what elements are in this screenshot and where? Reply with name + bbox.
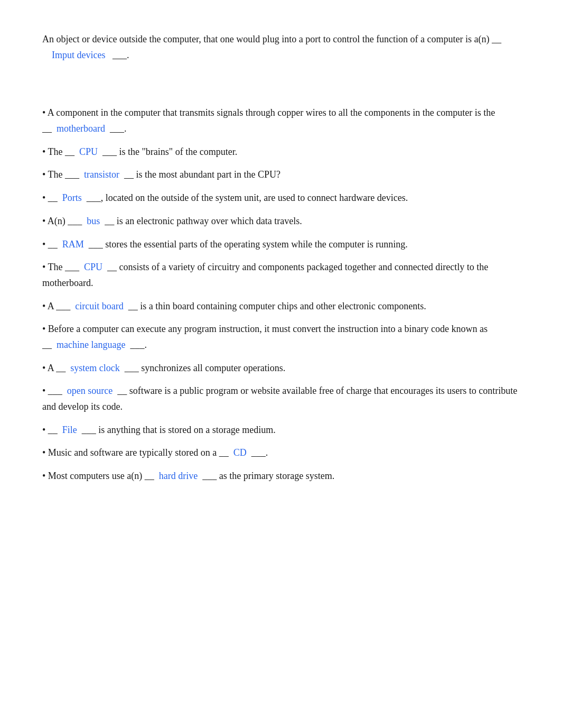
bullet-before-cpu1: • The __ (42, 146, 74, 157)
bullet-item-ram: • __ RAM ___ stores the essential parts … (42, 237, 519, 253)
bullet-item-file: • __ File ___ is anything that is stored… (42, 422, 519, 438)
intro-text: An object or device outside the computer… (42, 32, 519, 63)
intro-answer: Imput devices (52, 50, 105, 60)
bullet-answer-ram: RAM (62, 239, 84, 250)
bullet-after-transistor: __ is the most abundant part in the CPU? (124, 169, 280, 180)
bullet-item-circuit-board: • A ___ circuit board __ is a thin board… (42, 299, 519, 315)
bullet-before-ports: • __ (42, 192, 58, 203)
bullet-after-cpu2: __ consists of a variety of circuitry an… (42, 262, 488, 288)
bullet-after-ram: ___ stores the essential parts of the op… (89, 239, 408, 250)
intro-text-before: An object or device outside the computer… (42, 34, 501, 44)
bullet-before-bus: • A(n) ___ (42, 216, 82, 226)
bullet-item-machine-language: • Before a computer can execute any prog… (42, 321, 519, 353)
bullet-before-file: • __ (42, 425, 58, 435)
bullet-answer-ports: Ports (62, 192, 82, 203)
bullet-after-circuit-board: __ is a thin board containing computer c… (128, 301, 426, 311)
bullet-item-ports: • __ Ports ___, located on the outside o… (42, 190, 519, 206)
bullet-before-transistor: • The ___ (42, 169, 79, 180)
bullet-after-machine-language: ___. (130, 339, 147, 350)
bullet-answer-cpu1: CPU (79, 146, 98, 157)
bullet-item-cd: • Music and software are typically store… (42, 445, 519, 461)
bullet-after-open-source: __ software is a public program or websi… (42, 385, 517, 412)
bullet-section: • A component in the computer that trans… (42, 105, 519, 484)
bullet-answer-hard-drive: hard drive (159, 471, 198, 481)
bullet-answer-file: File (62, 425, 77, 435)
bullet-after-hard-drive: ___ as the primary storage system. (202, 471, 334, 481)
bullet-before-cd: • Music and software are typically store… (42, 447, 229, 458)
bullet-answer-open-source: open source (67, 385, 113, 396)
bullet-item-cpu1: • The __ CPU ___ is the "brains" of the … (42, 144, 519, 160)
bullet-answer-motherboard: motherboard (57, 123, 105, 134)
bullet-before-hard-drive: • Most computers use a(n) __ (42, 471, 154, 481)
bullet-after-motherboard: ___. (110, 123, 127, 134)
bullet-item-system-clock: • A __ system clock ___ synchronizes all… (42, 361, 519, 376)
bullet-answer-transistor: transistor (84, 169, 119, 180)
bullet-answer-circuit-board: circuit board (75, 301, 123, 311)
bullet-item-hard-drive: • Most computers use a(n) __ hard drive … (42, 468, 519, 484)
bullet-before-circuit-board: • A ___ (42, 301, 70, 311)
intro-section: An object or device outside the computer… (42, 32, 519, 63)
bullet-after-ports: ___, located on the outside of the syste… (87, 192, 408, 203)
bullet-item-motherboard: • A component in the computer that trans… (42, 105, 519, 136)
bullet-answer-cpu2: CPU (84, 262, 102, 272)
bullet-answer-machine-language: machine language (57, 339, 125, 350)
bullet-before-open-source: • ___ (42, 385, 62, 396)
bullet-after-bus: __ is an electronic pathway over which d… (105, 216, 302, 226)
bullet-item-transistor: • The ___ transistor __ is the most abun… (42, 167, 519, 183)
intro-text-after: ___. (113, 50, 129, 60)
bullet-before-cpu2: • The ___ (42, 262, 79, 272)
bullet-answer-bus: bus (87, 216, 100, 226)
bullet-after-file: ___ is anything that is stored on a stor… (82, 425, 276, 435)
bullet-item-open-source: • ___ open source __ software is a publi… (42, 383, 519, 414)
bullet-after-system-clock: ___ synchronizes all computer operations… (125, 363, 285, 373)
bullet-answer-system-clock: system clock (70, 363, 119, 373)
bullet-item-cpu2: • The ___ CPU __ consists of a variety o… (42, 260, 519, 291)
bullet-after-cd: ___. (251, 447, 268, 458)
bullet-before-system-clock: • A __ (42, 363, 66, 373)
bullet-before-ram: • __ (42, 239, 58, 250)
bullet-item-bus: • A(n) ___ bus __ is an electronic pathw… (42, 214, 519, 229)
bullet-after-cpu1: ___ is the "brains" of the computer. (102, 146, 237, 157)
bullet-answer-cd: CD (233, 447, 247, 458)
